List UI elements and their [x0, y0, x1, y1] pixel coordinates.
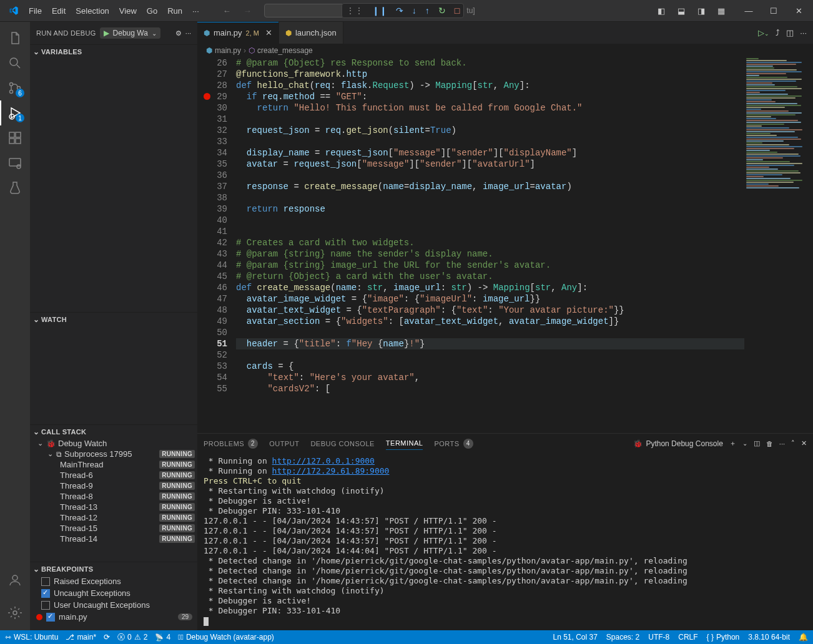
split-terminal-icon[interactable]: ◫ [754, 439, 760, 447]
play-icon: ▶ [104, 29, 109, 37]
git-branch[interactable]: ⎇main* [66, 633, 96, 642]
step-out-icon[interactable]: ↑ [425, 6, 430, 16]
panel-tab-output[interactable]: OUTPUT [269, 437, 299, 450]
checkbox[interactable] [41, 601, 50, 610]
activity-run-debug[interactable]: 1 [0, 100, 30, 125]
stop-icon[interactable]: □ [455, 6, 460, 16]
file-icon: ⬢ [285, 29, 292, 37]
more-icon[interactable]: ··· [800, 28, 807, 37]
minimize-icon[interactable]: — [742, 6, 756, 16]
activity-explorer[interactable] [0, 26, 30, 51]
menu-run[interactable]: Run [162, 4, 187, 18]
layout-sidebar-left-icon[interactable]: ◧ [654, 6, 668, 16]
more-icon[interactable]: ··· [185, 29, 191, 37]
nav-back-icon[interactable]: ← [223, 6, 231, 16]
callstack-item[interactable]: Thread-13RUNNING [30, 502, 197, 512]
language-mode[interactable]: { }Python [707, 633, 740, 642]
panel-tab-debug-console[interactable]: DEBUG CONSOLE [310, 437, 374, 450]
menu-go[interactable]: Go [142, 4, 162, 18]
close-panel-icon[interactable]: ✕ [801, 439, 807, 447]
terminal-selector[interactable]: 🐞Python Debug Console [633, 439, 722, 448]
activity-source-control[interactable]: 6 [0, 76, 30, 100]
debug-icon: ▷⃝ [178, 633, 184, 642]
menu-view[interactable]: View [114, 4, 142, 18]
nav-forward-icon[interactable]: → [244, 6, 252, 16]
callstack-item[interactable]: MainThreadRUNNING [30, 459, 197, 470]
more-icon[interactable]: ··· [779, 440, 785, 447]
breakpoint-file[interactable]: main.py29 [30, 611, 197, 623]
file-icon: ⬢ [204, 29, 210, 37]
settings-gear-icon[interactable] [0, 600, 30, 625]
close-icon[interactable]: ✕ [792, 6, 806, 16]
breakpoints-section-header[interactable]: ⌄BREAKPOINTS [30, 562, 197, 575]
activity-remote-explorer[interactable] [0, 150, 30, 175]
menu-overflow[interactable]: ··· [187, 4, 204, 18]
callstack-item[interactable]: Thread-9RUNNING [30, 481, 197, 491]
tab-main-py[interactable]: ⬢main.py 2, M✕ [197, 22, 279, 44]
checkbox[interactable] [41, 589, 50, 598]
callstack-item[interactable]: Thread-14RUNNING [30, 534, 197, 544]
drag-grip-icon[interactable]: ⋮⋮ [346, 6, 363, 16]
vscode-logo-icon [9, 6, 19, 16]
maximize-panel-icon[interactable]: ˄ [791, 439, 795, 447]
watch-section-header[interactable]: ⌄WATCH [30, 312, 197, 326]
callstack-item[interactable]: Thread-6RUNNING [30, 470, 197, 481]
gear-icon[interactable]: ⚙ [175, 29, 182, 37]
remote-indicator[interactable]: ⇿WSL: Ubuntu [5, 633, 58, 642]
encoding[interactable]: UTF-8 [648, 633, 669, 642]
problems-indicator[interactable]: ⓧ0 ⚠2 [117, 632, 147, 643]
callstack-section-header[interactable]: ⌄CALL STACK [30, 424, 197, 438]
step-into-icon[interactable]: ↓ [412, 6, 416, 16]
restart-icon[interactable]: ↻ [438, 6, 446, 16]
accounts-icon[interactable] [0, 568, 30, 593]
checkbox[interactable] [41, 577, 50, 586]
breadcrumb[interactable]: ⬢ main.py › ⬡ create_message [197, 44, 813, 57]
indentation[interactable]: Spaces: 2 [606, 633, 639, 642]
panel-tab-terminal[interactable]: TERMINAL [386, 437, 423, 450]
variables-section-header[interactable]: ⌄VARIABLES [30, 44, 197, 58]
close-tab-icon[interactable]: ✕ [265, 28, 272, 37]
breakpoint-user_uncaught[interactable]: User Uncaught Exceptions [30, 599, 197, 611]
callstack-item[interactable]: Thread-8RUNNING [30, 491, 197, 502]
cursor-position[interactable]: Ln 51, Col 37 [553, 633, 597, 642]
terminal-output[interactable]: * Running on http://127.0.0.1:9000 * Run… [197, 454, 813, 630]
callstack-item[interactable]: ⌄🐞Debug Watch [30, 438, 197, 449]
pause-icon[interactable]: ❙❙ [372, 6, 387, 16]
activity-search[interactable] [0, 51, 30, 76]
panel-tab-ports[interactable]: PORTS4 [434, 436, 473, 451]
git-sync[interactable]: ⟳ [104, 633, 110, 642]
new-terminal-icon[interactable]: ＋ [729, 439, 736, 448]
eol[interactable]: CRLF [678, 633, 697, 642]
step-over-icon[interactable]: ↷ [396, 6, 403, 16]
callstack-item[interactable]: Thread-12RUNNING [30, 512, 197, 523]
activity-extensions[interactable] [0, 125, 30, 150]
layout-grid-icon[interactable]: ▦ [714, 6, 728, 16]
callstack-item[interactable]: Thread-15RUNNING [30, 523, 197, 534]
debug-status[interactable]: ▷⃝Debug Watch (avatar-app) [178, 633, 274, 642]
menu-selection[interactable]: Selection [71, 4, 114, 18]
debug-config-selector[interactable]: ▶ Debug Wa ⌄ [100, 27, 160, 39]
breakpoint-raised[interactable]: Raised Exceptions [30, 575, 197, 587]
debug-alt-icon[interactable]: ⤴ [776, 28, 780, 37]
ports-indicator[interactable]: 📡4 [155, 633, 170, 642]
split-editor-icon[interactable]: ◫ [786, 28, 794, 37]
activity-testing[interactable] [0, 175, 30, 200]
command-center[interactable] [264, 4, 345, 17]
run-play-icon[interactable]: ▷⌄ [758, 28, 769, 37]
checkbox[interactable] [46, 613, 55, 622]
python-interpreter[interactable]: 3.8.10 64-bit [748, 633, 790, 642]
menu-file[interactable]: File [24, 4, 47, 18]
layout-panel-icon[interactable]: ⬓ [674, 6, 688, 16]
panel-tab-problems[interactable]: PROBLEMS2 [204, 436, 258, 451]
chevron-down-icon[interactable]: ⌄ [742, 440, 747, 447]
kill-terminal-icon[interactable]: 🗑 [766, 440, 773, 447]
layout-sidebar-right-icon[interactable]: ◨ [694, 6, 708, 16]
minimap[interactable] [744, 57, 813, 433]
code-editor[interactable]: 2627282930313233343536373839404142434445… [197, 57, 813, 433]
tab-launch-json[interactable]: ⬢launch.json [279, 22, 343, 44]
maximize-icon[interactable]: ☐ [767, 6, 781, 16]
menu-edit[interactable]: Edit [47, 4, 71, 18]
breakpoint-uncaught[interactable]: Uncaught Exceptions [30, 587, 197, 599]
notifications-icon[interactable]: 🔔 [799, 633, 808, 642]
callstack-item[interactable]: ⌄⧉Subprocess 17995RUNNING [30, 449, 197, 459]
